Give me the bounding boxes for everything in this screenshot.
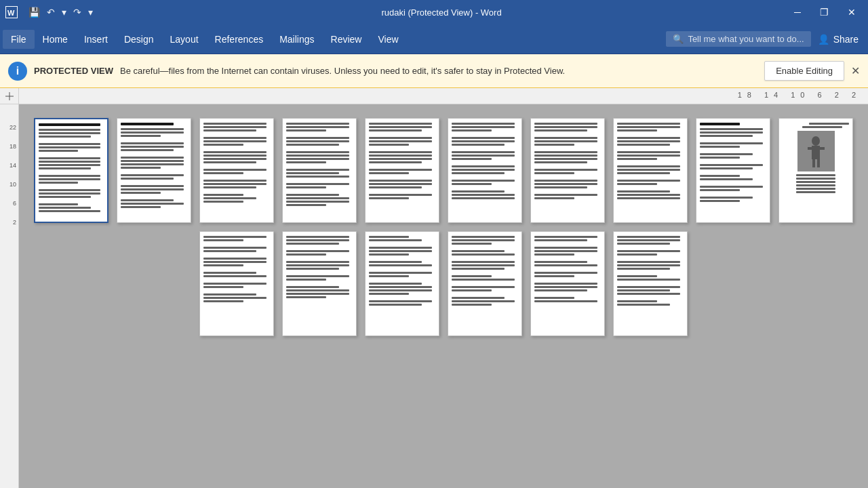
undo-button[interactable]: ↶ xyxy=(44,5,58,19)
title-bar-left: W 💾 ↶ ▾ ↷ ▾ xyxy=(5,5,96,19)
close-button[interactable]: ✕ xyxy=(841,4,863,20)
ruler-mark-10: 10 xyxy=(9,175,16,194)
horizontal-ruler: 18 14 10 6 2 2 xyxy=(19,88,868,104)
menu-view[interactable]: View xyxy=(370,30,406,49)
main-area: 22 18 14 10 6 2 xyxy=(0,104,868,488)
share-icon: 👤 xyxy=(818,34,829,45)
protected-view-message: Be careful—files from the Internet can c… xyxy=(120,66,757,76)
search-label: Tell me what you want to do... xyxy=(688,34,804,44)
title-bar: W 💾 ↶ ▾ ↷ ▾ rudaki (Protected View) - Wo… xyxy=(0,0,868,24)
page-3[interactable] xyxy=(199,118,274,223)
enable-editing-button[interactable]: Enable Editing xyxy=(764,61,844,81)
svg-text:W: W xyxy=(7,9,15,17)
ruler-left-marks: 22 18 14 10 6 2 xyxy=(0,118,18,232)
menu-design[interactable]: Design xyxy=(116,30,162,49)
page-12[interactable] xyxy=(282,231,357,336)
page-row-1 xyxy=(34,118,853,223)
close-protected-bar-button[interactable]: ✕ xyxy=(851,64,860,77)
protected-info-icon: i xyxy=(8,62,27,81)
restore-button[interactable]: ❐ xyxy=(813,4,835,20)
menu-layout[interactable]: Layout xyxy=(162,30,207,49)
ruler-corner xyxy=(0,88,19,104)
page-row-2 xyxy=(199,231,688,336)
page-10[interactable] xyxy=(778,118,853,223)
menu-references[interactable]: References xyxy=(207,30,272,49)
save-button[interactable]: 💾 xyxy=(26,5,43,19)
page-14[interactable] xyxy=(448,231,522,336)
menu-home[interactable]: Home xyxy=(35,30,76,49)
ruler-mark-22: 22 xyxy=(9,118,16,137)
page-2[interactable] xyxy=(117,118,191,223)
undo-dropdown[interactable]: ▾ xyxy=(59,5,69,19)
page-image xyxy=(797,131,835,171)
menu-insert[interactable]: Insert xyxy=(76,30,116,49)
ruler-mark-14: 14 xyxy=(9,156,16,175)
redo-button[interactable]: ↷ xyxy=(71,5,84,19)
ruler-numbers: 18 14 10 6 2 2 xyxy=(738,91,861,99)
share-label: Share xyxy=(833,34,859,45)
page-1[interactable] xyxy=(34,118,108,223)
search-box[interactable]: 🔍 Tell me what you want to do... xyxy=(666,31,810,47)
window-controls: ─ ❐ ✕ xyxy=(787,4,863,20)
ruler-area: 18 14 10 6 2 2 xyxy=(0,88,868,104)
page-15[interactable] xyxy=(530,231,605,336)
ruler-mark-2: 2 xyxy=(13,213,16,232)
quick-access-toolbar: 💾 ↶ ▾ ↷ ▾ xyxy=(26,5,96,19)
page-4[interactable] xyxy=(282,118,357,223)
svg-rect-10 xyxy=(817,159,820,167)
page-7[interactable] xyxy=(530,118,605,223)
svg-point-5 xyxy=(812,136,820,146)
page-16[interactable] xyxy=(613,231,688,336)
page-9[interactable] xyxy=(696,118,770,223)
minimize-button[interactable]: ─ xyxy=(787,4,808,20)
document-canvas[interactable] xyxy=(19,104,868,488)
svg-rect-9 xyxy=(812,159,815,167)
vertical-ruler: 22 18 14 10 6 2 xyxy=(0,104,19,488)
page-6[interactable] xyxy=(448,118,522,223)
menu-review[interactable]: Review xyxy=(323,30,370,49)
share-button[interactable]: 👤 Share xyxy=(811,31,865,47)
page-5[interactable] xyxy=(365,118,439,223)
word-icon: W xyxy=(5,6,18,18)
protected-view-label: PROTECTED VIEW xyxy=(34,66,113,76)
menu-mailings[interactable]: Mailings xyxy=(271,30,322,49)
svg-rect-8 xyxy=(818,147,825,150)
ruler-mark-18: 18 xyxy=(9,137,16,156)
menu-file[interactable]: File xyxy=(3,30,35,49)
ruler-mark-6: 6 xyxy=(13,194,16,213)
svg-rect-7 xyxy=(808,147,814,150)
customize-button[interactable]: ▾ xyxy=(85,5,96,19)
page-8[interactable] xyxy=(613,118,688,223)
page-13[interactable] xyxy=(365,231,439,336)
page-11[interactable] xyxy=(199,231,274,336)
protected-view-bar: i PROTECTED VIEW Be careful—files from t… xyxy=(0,54,868,88)
search-icon: 🔍 xyxy=(673,34,684,44)
menu-bar: File Home Insert Design Layout Reference… xyxy=(0,24,868,54)
document-title: rudaki (Protected View) - Word xyxy=(96,7,787,18)
